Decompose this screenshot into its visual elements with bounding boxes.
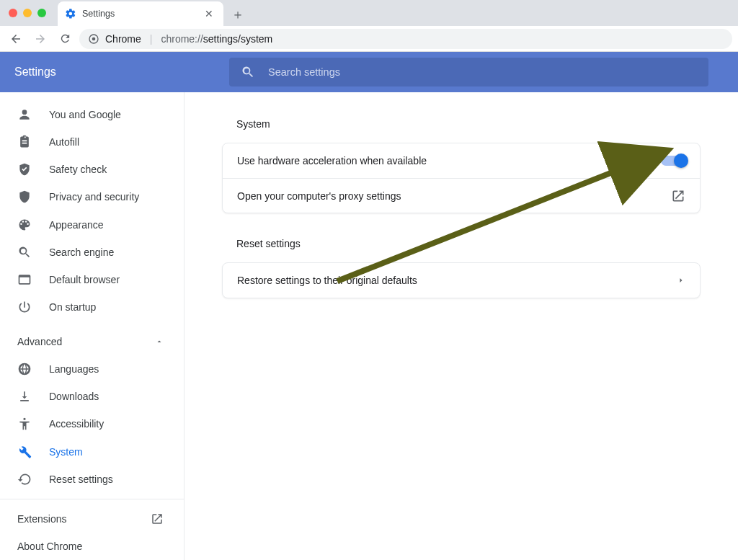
- section-title-system: System: [222, 110, 701, 143]
- reload-button[interactable]: [55, 29, 75, 49]
- settings-title: Settings: [14, 66, 209, 79]
- sidebar-item-downloads[interactable]: Downloads: [0, 383, 184, 410]
- search-icon: [241, 65, 255, 79]
- palette-icon: [17, 218, 32, 232]
- chevron-right-icon: [677, 276, 685, 285]
- advanced-label: Advanced: [17, 336, 62, 347]
- sidebar-item-label: You and Google: [49, 109, 184, 120]
- sidebar-item-label: Search engine: [49, 246, 184, 258]
- browser-icon: [17, 272, 32, 287]
- sidebar-item-privacy[interactable]: Privacy and security: [0, 183, 184, 210]
- settings-body: You and Google Autofill Safety check Pri…: [0, 92, 738, 560]
- back-button[interactable]: [6, 29, 26, 49]
- shield-icon: [17, 190, 32, 204]
- tab-title: Settings: [82, 9, 196, 19]
- gear-icon: [65, 8, 76, 19]
- sidebar-item-label: On startup: [49, 301, 184, 313]
- about-label: About Chrome: [17, 541, 82, 552]
- sidebar-item-label: Accessibility: [49, 418, 184, 430]
- settings-search[interactable]: [229, 58, 708, 86]
- sidebar-item-accessibility[interactable]: Accessibility: [0, 410, 184, 437]
- chevron-up-icon: [155, 337, 164, 346]
- search-icon: [17, 245, 32, 259]
- sidebar-item-default-browser[interactable]: Default browser: [0, 266, 184, 293]
- url-separator: |: [150, 33, 153, 45]
- card-reset: Restore settings to their original defau…: [222, 262, 701, 298]
- sidebar-item-about-chrome[interactable]: About Chrome: [0, 533, 184, 560]
- new-tab-button[interactable]: ＋: [228, 4, 248, 25]
- sidebar-item-label: Autofill: [49, 136, 184, 148]
- sidebar-item-languages[interactable]: Languages: [0, 355, 184, 383]
- sidebar: You and Google Autofill Safety check Pri…: [0, 92, 184, 560]
- person-icon: [17, 107, 32, 122]
- card-system: Use hardware acceleration when available…: [222, 143, 701, 213]
- accessibility-icon: [17, 417, 32, 431]
- row-restore-defaults[interactable]: Restore settings to their original defau…: [223, 263, 700, 298]
- address-bar[interactable]: Chrome | chrome://settings/system: [79, 29, 732, 49]
- section-title-reset: Reset settings: [222, 229, 701, 262]
- forward-button[interactable]: [30, 29, 50, 49]
- browser-tab[interactable]: Settings ✕: [58, 1, 223, 26]
- toggle-hardware-acceleration[interactable]: [661, 156, 685, 166]
- maximize-window-button[interactable]: [37, 9, 46, 17]
- sidebar-item-label: System: [49, 446, 184, 458]
- row-label: Use hardware acceleration when available: [237, 155, 427, 166]
- sidebar-item-label: Downloads: [49, 391, 184, 402]
- shield-check-icon: [17, 162, 32, 177]
- settings-header: Settings: [0, 52, 738, 92]
- clipboard-icon: [17, 135, 32, 149]
- search-input[interactable]: [268, 66, 697, 78]
- tab-strip: Settings ✕ ＋: [0, 0, 738, 26]
- sidebar-item-reset-settings[interactable]: Reset settings: [0, 466, 184, 493]
- sidebar-item-label: Languages: [49, 363, 184, 375]
- site-info-icon: [88, 33, 99, 45]
- restore-icon: [17, 472, 32, 486]
- sidebar-item-label: Appearance: [49, 219, 184, 231]
- browser-toolbar: Chrome | chrome://settings/system: [0, 26, 738, 52]
- sidebar-item-label: Default browser: [49, 274, 184, 285]
- open-external-icon: [671, 189, 685, 203]
- section-reset: Reset settings Restore settings to their…: [222, 229, 701, 298]
- sidebar-item-extensions[interactable]: Extensions: [0, 505, 184, 533]
- sidebar-item-autofill[interactable]: Autofill: [0, 128, 184, 156]
- svg-point-1: [92, 37, 96, 40]
- sidebar-item-label: Safety check: [49, 164, 184, 175]
- url-product: Chrome: [105, 33, 141, 45]
- sidebar-item-safety-check[interactable]: Safety check: [0, 156, 184, 183]
- sidebar-item-search-engine[interactable]: Search engine: [0, 239, 184, 266]
- wrench-icon: [17, 445, 32, 459]
- globe-icon: [17, 362, 32, 376]
- row-proxy-settings[interactable]: Open your computer's proxy settings: [223, 178, 700, 213]
- sidebar-section-advanced[interactable]: Advanced: [0, 328, 184, 355]
- close-window-button[interactable]: [9, 9, 17, 17]
- sidebar-item-appearance[interactable]: Appearance: [0, 211, 184, 239]
- url-scheme: chrome://: [161, 33, 203, 45]
- sidebar-item-system[interactable]: System: [0, 438, 184, 466]
- section-system: System Use hardware acceleration when av…: [222, 110, 701, 213]
- content-area: System Use hardware acceleration when av…: [184, 92, 738, 560]
- download-icon: [17, 389, 32, 404]
- minimize-window-button[interactable]: [23, 9, 32, 17]
- browser-chrome: Settings ✕ ＋ Chrome | chrome://settings/…: [0, 0, 738, 52]
- extensions-label: Extensions: [17, 513, 145, 525]
- row-label: Open your computer's proxy settings: [237, 190, 401, 202]
- sidebar-item-label: Reset settings: [49, 474, 184, 485]
- url-path: settings/system: [203, 33, 272, 45]
- row-hardware-acceleration[interactable]: Use hardware acceleration when available: [223, 143, 700, 178]
- sidebar-item-you-and-google[interactable]: You and Google: [0, 101, 184, 128]
- sidebar-item-on-startup[interactable]: On startup: [0, 293, 184, 321]
- open-external-icon: [151, 512, 164, 525]
- close-tab-button[interactable]: ✕: [202, 8, 216, 19]
- power-icon: [17, 300, 32, 314]
- row-label: Restore settings to their original defau…: [237, 275, 417, 286]
- window-controls[interactable]: [9, 9, 46, 17]
- sidebar-item-label: Privacy and security: [49, 191, 184, 203]
- sidebar-divider: [0, 499, 184, 499]
